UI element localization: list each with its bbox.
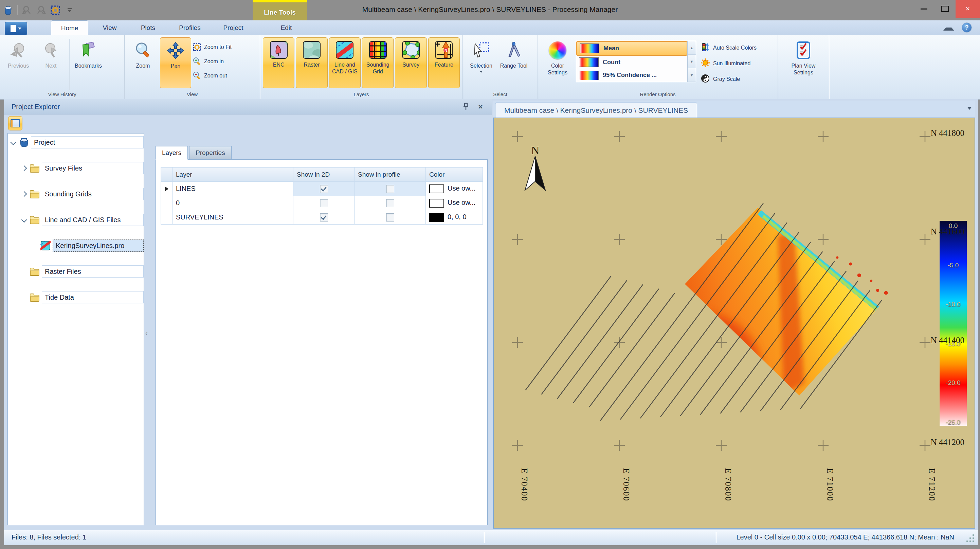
qat-dropdown-icon[interactable] [64, 5, 75, 16]
color-cell[interactable]: Use ow... [426, 182, 483, 196]
table-row[interactable]: SURVEYLINES0, 0, 0 [161, 210, 483, 225]
tab-plots[interactable]: Plots [131, 21, 165, 35]
close-panel-icon[interactable]: × [478, 102, 483, 112]
checkbox-icon[interactable] [386, 199, 394, 207]
zoom-to-fit-qat-icon[interactable] [50, 5, 61, 16]
show-in-2d-cell[interactable] [293, 196, 355, 210]
pan-button[interactable]: Pan [160, 37, 191, 88]
tab-edit[interactable]: Edit [266, 21, 306, 35]
tree-item-sounding-grids[interactable]: Sounding Grids [8, 188, 144, 201]
plan-view-settings-button[interactable]: Plan View Settings [788, 37, 819, 88]
zoom-button[interactable]: Zoom [127, 37, 159, 88]
column-header-show-in-profile[interactable]: Show in profile [355, 168, 426, 182]
tree-item-tide-data[interactable]: Tide Data [8, 291, 144, 304]
layer-name-cell[interactable]: SURVEYLINES [172, 210, 293, 225]
chevron-down-icon[interactable] [11, 140, 16, 145]
pin-icon[interactable] [463, 102, 469, 111]
folder-icon [30, 215, 40, 225]
help-icon[interactable]: ? [962, 22, 972, 33]
undo-zoom-icon[interactable] [21, 5, 32, 16]
tab-list-dropdown-icon[interactable] [967, 107, 972, 110]
chevron-right-icon[interactable] [21, 166, 27, 171]
line-and-cad-gis-icon [336, 41, 353, 59]
sun-illuminated-option[interactable]: Sun Illuminated [701, 57, 757, 70]
tree-item-keringsurveylines-pro[interactable]: KeringSurveyLines.pro [8, 239, 144, 252]
close-button[interactable]: × [956, 0, 980, 18]
chevron-down-icon[interactable] [21, 217, 27, 223]
bookmarks-button[interactable]: Bookmarks [73, 37, 104, 88]
previous-button[interactable]: Previous [3, 37, 34, 88]
show-in-profile-cell[interactable] [355, 210, 426, 225]
zoom-out-button[interactable]: Zoom out [192, 70, 232, 81]
chevron-right-icon[interactable] [21, 191, 27, 197]
splitter-collapse-icon[interactable]: ‹ [145, 323, 150, 342]
gray-scale-option[interactable]: Gray Scale [701, 73, 757, 86]
show-in-2d-cell[interactable] [293, 210, 355, 225]
enc-layer-button[interactable]: ENC [263, 37, 294, 88]
checkbox-icon[interactable] [386, 185, 394, 193]
next-button[interactable]: Next [35, 37, 67, 88]
raster-icon [303, 41, 321, 59]
minimize-button[interactable] [913, 0, 934, 18]
gallery-item-count[interactable]: Count [576, 56, 687, 69]
show-in-2d-cell[interactable] [293, 182, 355, 196]
sounding-grid-layer-button[interactable]: Sounding Grid [362, 37, 394, 88]
tab-project[interactable]: Project [215, 21, 252, 35]
tree-item-project[interactable]: Project [8, 136, 144, 149]
checkbox-icon[interactable] [320, 199, 328, 207]
tab-layers[interactable]: Layers [156, 146, 188, 160]
color-cell[interactable]: 0, 0, 0 [426, 210, 483, 225]
column-header-show-in-2d[interactable]: Show in 2D [293, 168, 355, 182]
group-label-layers: Layers [260, 90, 463, 99]
map-view[interactable]: N 0.0-5.0-10.0-15.0-20.0-25.0 N 441800N … [493, 118, 975, 528]
raster-layer-button[interactable]: Raster [296, 37, 327, 88]
tree-item-raster-files[interactable]: Raster Files [8, 265, 144, 278]
collapse-ribbon-icon[interactable] [943, 24, 954, 30]
svg-text:N: N [444, 48, 447, 52]
tree-item-line-and-cad-gis-files[interactable]: Line and CAD / GIS Files [8, 214, 144, 227]
auto-scale-colors-option[interactable]: Auto Scale Colors [701, 41, 757, 54]
table-row[interactable]: 0Use ow... [161, 196, 483, 210]
line-and-cad-gis-layer-button[interactable]: Line and CAD / GIS [329, 37, 361, 88]
gallery-item-mean[interactable]: Mean [576, 41, 687, 56]
gallery-expand-icon[interactable]: ▼ [687, 68, 696, 82]
checkbox-icon[interactable] [320, 185, 328, 193]
redo-zoom-icon[interactable] [36, 5, 46, 16]
column-header-color[interactable]: Color [426, 168, 483, 182]
app-icon[interactable] [3, 5, 14, 16]
maximize-button[interactable] [934, 0, 956, 18]
survey-layer-button[interactable]: Survey [395, 37, 426, 88]
show-in-profile-cell[interactable] [355, 196, 426, 210]
map-tab-strip: Multibeam case \ KeringSurveyLines.pro \… [493, 101, 975, 118]
panel-view-button[interactable] [8, 116, 22, 131]
group-select: Selection Range Tool Select [463, 35, 538, 99]
map-document-tab[interactable]: Multibeam case \ KeringSurveyLines.pro \… [495, 102, 697, 118]
color-cell[interactable]: Use ow... [426, 196, 483, 210]
table-row[interactable]: LINESUse ow... [161, 182, 483, 196]
tree-item-survey-files[interactable]: Survey Files [8, 162, 144, 175]
tab-profiles[interactable]: Profiles [170, 21, 210, 35]
resize-grip[interactable] [966, 534, 975, 543]
layer-name-cell[interactable]: LINES [172, 182, 293, 196]
checkbox-icon[interactable] [320, 213, 328, 222]
show-in-profile-cell[interactable] [355, 182, 426, 196]
tab-properties[interactable]: Properties [189, 146, 232, 160]
selection-button[interactable]: Selection [466, 37, 497, 88]
column-header-layer[interactable]: Layer [172, 168, 293, 182]
project-tree: ProjectSurvey FilesSounding GridsLine an… [8, 133, 144, 525]
gallery-item-95-confidence[interactable]: 95% Confidence ... [576, 69, 687, 82]
tab-view[interactable]: View [93, 21, 126, 35]
layer-name-cell[interactable]: 0 [172, 196, 293, 210]
checkbox-icon[interactable] [386, 213, 394, 222]
zoom-in-button[interactable]: Zoom in [192, 56, 232, 67]
tab-home[interactable]: Home [51, 21, 88, 35]
range-tool-button[interactable]: Range Tool [498, 37, 530, 88]
gallery-scroll-up-icon[interactable]: ▲ [687, 41, 696, 55]
application-menu-button[interactable] [5, 22, 27, 35]
zoom-to-fit-button[interactable]: Zoom to Fit [192, 41, 232, 53]
color-settings-button[interactable]: Color Settings [541, 37, 574, 88]
easting-label: E 70800 [723, 468, 733, 501]
ribbon-tabs: HomeViewPlotsProfilesProjectEdit [51, 21, 311, 35]
feature-layer-button[interactable]: NFeature [428, 37, 460, 88]
gallery-scroll-down-icon[interactable]: ▼ [687, 55, 696, 68]
